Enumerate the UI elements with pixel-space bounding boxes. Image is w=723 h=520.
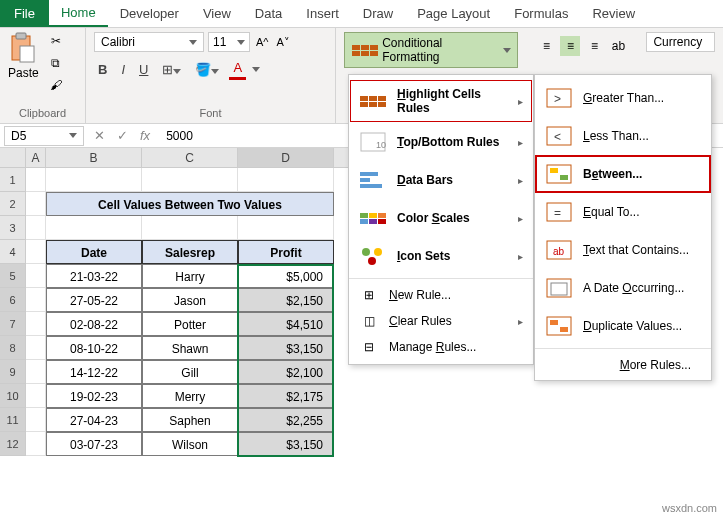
fx-icon[interactable]: fx bbox=[134, 128, 156, 143]
col-header-D[interactable]: D bbox=[238, 148, 334, 168]
menu-greater-than[interactable]: > Greater Than... bbox=[535, 79, 711, 117]
align-left-icon[interactable]: ≡ bbox=[536, 36, 556, 56]
menu-text-contains[interactable]: ab Text that Contains... bbox=[535, 231, 711, 269]
italic-button[interactable]: I bbox=[117, 60, 129, 79]
menu-less-than[interactable]: < Less Than... bbox=[535, 117, 711, 155]
decrease-font-icon[interactable]: A˅ bbox=[275, 36, 292, 49]
col-header-B[interactable]: B bbox=[46, 148, 142, 168]
svg-rect-6 bbox=[360, 178, 370, 182]
paste-icon[interactable] bbox=[8, 32, 38, 64]
menu-highlight-cells-rules[interactable]: Highlight Cells Rules ▸ bbox=[349, 79, 533, 123]
font-group-label: Font bbox=[94, 107, 327, 121]
bold-button[interactable]: B bbox=[94, 60, 111, 79]
tab-home[interactable]: Home bbox=[49, 0, 108, 27]
menu-equal-to[interactable]: = Equal To... bbox=[535, 193, 711, 231]
data-cell[interactable]: 19-02-23 bbox=[46, 384, 142, 408]
data-cell[interactable]: Wilson bbox=[142, 432, 238, 456]
format-painter-icon[interactable]: 🖌 bbox=[45, 76, 67, 94]
tab-pagelayout[interactable]: Page Layout bbox=[405, 1, 502, 26]
row-header[interactable]: 12 bbox=[0, 432, 26, 456]
data-cell[interactable]: 03-07-23 bbox=[46, 432, 142, 456]
row-header[interactable]: 4 bbox=[0, 240, 26, 264]
data-cell[interactable]: $3,150 bbox=[238, 336, 334, 360]
data-cell[interactable]: 02-08-22 bbox=[46, 312, 142, 336]
menu-date-occurring[interactable]: A Date Occurring... bbox=[535, 269, 711, 307]
menu-new-rule[interactable]: ⊞ New Rule... bbox=[349, 282, 533, 308]
data-cell[interactable]: Saphen bbox=[142, 408, 238, 432]
header-date[interactable]: Date bbox=[46, 240, 142, 264]
tab-view[interactable]: View bbox=[191, 1, 243, 26]
name-box[interactable]: D5 bbox=[4, 126, 84, 146]
data-cell[interactable]: Potter bbox=[142, 312, 238, 336]
data-cell[interactable]: $2,255 bbox=[238, 408, 334, 432]
data-cell[interactable]: 27-05-22 bbox=[46, 288, 142, 312]
menu-more-rules[interactable]: More Rules... bbox=[535, 352, 711, 376]
row-header[interactable]: 3 bbox=[0, 216, 26, 240]
orientation-icon[interactable]: ab bbox=[608, 36, 628, 56]
align-center-icon[interactable]: ≡ bbox=[560, 36, 580, 56]
topbottom-icon: 10 bbox=[359, 131, 387, 153]
data-cell[interactable]: $5,000 bbox=[238, 264, 334, 288]
header-salesrep[interactable]: Salesrep bbox=[142, 240, 238, 264]
tab-formulas[interactable]: Formulas bbox=[502, 1, 580, 26]
menu-duplicate-values[interactable]: Duplicate Values... bbox=[535, 307, 711, 345]
chevron-right-icon: ▸ bbox=[518, 213, 523, 224]
tab-file[interactable]: File bbox=[0, 0, 49, 27]
data-cell[interactable]: 27-04-23 bbox=[46, 408, 142, 432]
row-header[interactable]: 10 bbox=[0, 384, 26, 408]
data-cell[interactable]: Harry bbox=[142, 264, 238, 288]
data-cell[interactable]: Merry bbox=[142, 384, 238, 408]
font-size-select[interactable]: 11 bbox=[208, 32, 250, 52]
conditional-formatting-button[interactable]: Conditional Formatting bbox=[344, 32, 518, 68]
font-color-button[interactable]: A bbox=[229, 58, 246, 80]
menu-data-bars[interactable]: Data Bars ▸ bbox=[349, 161, 533, 199]
data-cell[interactable]: $2,175 bbox=[238, 384, 334, 408]
title-cell[interactable]: Cell Values Between Two Values bbox=[46, 192, 334, 216]
data-cell[interactable]: Gill bbox=[142, 360, 238, 384]
row-header[interactable]: 11 bbox=[0, 408, 26, 432]
data-cell[interactable]: 21-03-22 bbox=[46, 264, 142, 288]
row-header[interactable]: 2 bbox=[0, 192, 26, 216]
menu-icon-sets[interactable]: Icon Sets ▸ bbox=[349, 237, 533, 275]
cut-icon[interactable]: ✂ bbox=[45, 32, 67, 50]
tab-data[interactable]: Data bbox=[243, 1, 294, 26]
fill-color-button[interactable]: 🪣 bbox=[191, 60, 223, 79]
tab-developer[interactable]: Developer bbox=[108, 1, 191, 26]
select-all-corner[interactable] bbox=[0, 148, 26, 168]
row-header[interactable]: 5 bbox=[0, 264, 26, 288]
menu-top-bottom-rules[interactable]: 10 Top/Bottom Rules ▸ bbox=[349, 123, 533, 161]
row-header[interactable]: 1 bbox=[0, 168, 26, 192]
header-profit[interactable]: Profit bbox=[238, 240, 334, 264]
data-cell[interactable]: $4,510 bbox=[238, 312, 334, 336]
confirm-icon[interactable]: ✓ bbox=[111, 128, 134, 143]
paste-label[interactable]: Paste bbox=[8, 66, 39, 80]
cancel-icon[interactable]: ✕ bbox=[88, 128, 111, 143]
copy-icon[interactable]: ⧉ bbox=[45, 54, 67, 72]
row-header[interactable]: 8 bbox=[0, 336, 26, 360]
increase-font-icon[interactable]: A^ bbox=[254, 36, 271, 48]
tab-insert[interactable]: Insert bbox=[294, 1, 351, 26]
tab-review[interactable]: Review bbox=[580, 1, 647, 26]
font-name-select[interactable]: Calibri bbox=[94, 32, 204, 52]
data-cell[interactable]: $3,150 bbox=[238, 432, 334, 456]
align-right-icon[interactable]: ≡ bbox=[584, 36, 604, 56]
menu-manage-rules[interactable]: ⊟ Manage Rules... bbox=[349, 334, 533, 360]
menu-clear-rules[interactable]: ◫ Clear Rules ▸ bbox=[349, 308, 533, 334]
data-cell[interactable]: Jason bbox=[142, 288, 238, 312]
row-header[interactable]: 6 bbox=[0, 288, 26, 312]
data-cell[interactable]: 14-12-22 bbox=[46, 360, 142, 384]
data-cell[interactable]: $2,100 bbox=[238, 360, 334, 384]
underline-button[interactable]: U bbox=[135, 60, 152, 79]
menu-between[interactable]: Between... bbox=[535, 155, 711, 193]
number-format-select[interactable]: Currency bbox=[646, 32, 715, 52]
data-cell[interactable]: Shawn bbox=[142, 336, 238, 360]
border-button[interactable]: ⊞ bbox=[158, 60, 185, 79]
tab-draw[interactable]: Draw bbox=[351, 1, 405, 26]
col-header-C[interactable]: C bbox=[142, 148, 238, 168]
col-header-A[interactable]: A bbox=[26, 148, 46, 168]
row-header[interactable]: 9 bbox=[0, 360, 26, 384]
menu-color-scales[interactable]: Color Scales ▸ bbox=[349, 199, 533, 237]
data-cell[interactable]: $2,150 bbox=[238, 288, 334, 312]
row-header[interactable]: 7 bbox=[0, 312, 26, 336]
data-cell[interactable]: 08-10-22 bbox=[46, 336, 142, 360]
